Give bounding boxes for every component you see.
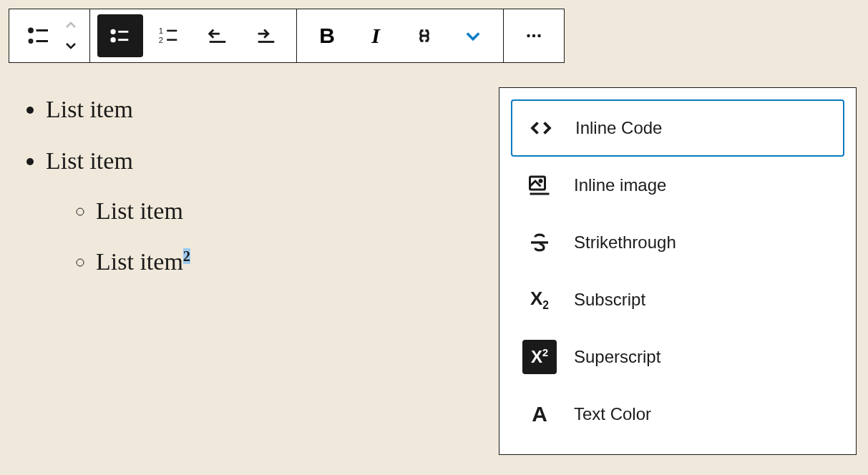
- more-format-button[interactable]: [450, 14, 496, 57]
- chevron-down-icon: [64, 41, 78, 51]
- svg-text:2: 2: [159, 36, 163, 44]
- svg-point-17: [527, 34, 530, 38]
- subscript-icon: X2: [522, 283, 557, 317]
- dropdown-item-superscript[interactable]: X2 Superscript: [511, 328, 844, 386]
- svg-point-21: [540, 180, 542, 182]
- chevron-up-icon: [64, 21, 78, 31]
- list-item-text: List item: [96, 197, 183, 224]
- block-toolbar: 1 2 B I: [9, 9, 565, 63]
- svg-point-18: [532, 34, 536, 38]
- list-item-text: List item: [46, 96, 133, 122]
- unordered-list-button[interactable]: [97, 14, 143, 57]
- outdent-icon: [205, 24, 230, 48]
- dropdown-item-text-color[interactable]: A Text Color: [511, 386, 844, 443]
- svg-point-0: [29, 29, 33, 32]
- italic-icon: I: [371, 24, 380, 48]
- dropdown-item-subscript[interactable]: X2 Subscript: [511, 271, 844, 328]
- svg-point-4: [112, 30, 115, 34]
- list-icon: [26, 23, 52, 49]
- bold-button[interactable]: B: [304, 14, 350, 57]
- dropdown-item-label: Subscript: [574, 290, 645, 310]
- svg-point-19: [537, 34, 541, 38]
- indent-icon: [254, 24, 278, 48]
- svg-point-2: [29, 40, 32, 43]
- ellipsis-icon: [523, 25, 545, 46]
- dropdown-item-label: Strikethrough: [574, 232, 676, 253]
- strikethrough-icon: [522, 225, 557, 260]
- text-color-icon: A: [522, 397, 557, 431]
- format-dropdown-menu: Inline Code Inline image Strikethrough X…: [499, 87, 857, 455]
- block-type-list-button[interactable]: [16, 14, 62, 57]
- superscript-text[interactable]: 2: [183, 248, 190, 264]
- ordered-list-button[interactable]: 1 2: [146, 14, 192, 57]
- italic-button[interactable]: I: [353, 14, 399, 57]
- svg-point-6: [112, 38, 115, 41]
- dropdown-item-label: Inline Code: [575, 118, 662, 138]
- toolbar-group-format: B I: [297, 9, 504, 62]
- move-up-button[interactable]: [64, 16, 84, 36]
- toolbar-group-options: [504, 9, 564, 62]
- move-down-button[interactable]: [64, 36, 84, 56]
- code-icon: [524, 111, 558, 145]
- numbered-list-icon: 1 2: [157, 24, 181, 48]
- dropdown-item-inline-image[interactable]: Inline image: [511, 157, 844, 214]
- indent-button[interactable]: [243, 14, 289, 57]
- image-icon: [522, 168, 557, 202]
- block-mover: [64, 14, 84, 57]
- superscript-icon: X2: [522, 340, 557, 374]
- chevron-down-icon: [463, 26, 483, 46]
- bullet-list-icon: [108, 24, 132, 48]
- link-button[interactable]: [401, 14, 447, 57]
- dropdown-item-strikethrough[interactable]: Strikethrough: [511, 214, 844, 271]
- toolbar-group-block: [9, 9, 90, 62]
- dropdown-item-label: Inline image: [574, 175, 666, 195]
- more-options-button[interactable]: [511, 14, 557, 57]
- svg-text:1: 1: [159, 26, 163, 35]
- toolbar-group-list: 1 2: [90, 9, 297, 62]
- dropdown-item-label: Superscript: [574, 347, 660, 367]
- list-item-text: List item: [46, 147, 133, 174]
- dropdown-item-label: Text Color: [574, 404, 651, 424]
- bold-icon: B: [319, 24, 335, 48]
- dropdown-item-inline-code[interactable]: Inline Code: [511, 99, 844, 157]
- outdent-button[interactable]: [195, 14, 240, 57]
- link-icon: [412, 24, 437, 48]
- list-item-text: List item: [96, 248, 183, 275]
